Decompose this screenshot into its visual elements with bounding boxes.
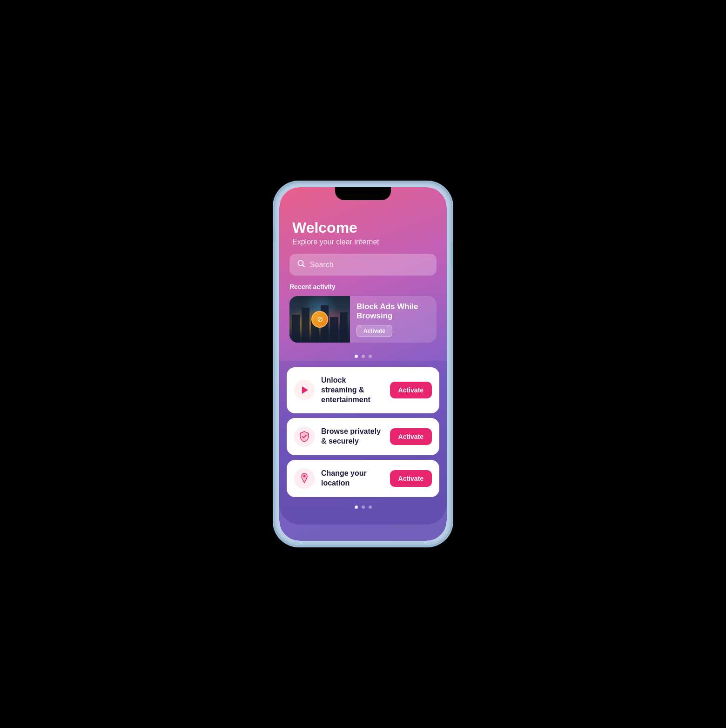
bottom-dot-1[interactable] — [355, 506, 358, 509]
phone-frame: Welcome Explore your clear internet Sear… — [275, 182, 451, 546]
location-title: Change your location — [321, 469, 383, 488]
search-box[interactable]: Search — [289, 254, 437, 276]
search-section: Search — [279, 254, 447, 283]
notch — [335, 187, 391, 200]
building-1 — [292, 315, 300, 343]
recent-label: Recent activity — [289, 283, 437, 290]
bottom-dots — [287, 502, 439, 515]
screen-content: Welcome Explore your clear internet Sear… — [279, 187, 447, 541]
carousel-dot-3[interactable] — [369, 355, 372, 358]
bottom-dot-3[interactable] — [369, 506, 372, 509]
location-pin-icon — [298, 472, 310, 485]
feature-cards-section: Unlock streaming & entertainment Activat… — [279, 361, 447, 524]
location-text: Change your location — [321, 469, 383, 488]
header: Welcome Explore your clear internet — [279, 210, 447, 254]
ad-block-icon: ⊘ — [311, 311, 328, 328]
shield-icon — [298, 431, 310, 443]
block-symbol: ⊘ — [317, 316, 323, 323]
search-placeholder: Search — [310, 261, 334, 269]
svg-marker-2 — [302, 386, 308, 394]
svg-point-3 — [303, 475, 306, 477]
activity-image: ⊘ — [289, 296, 350, 343]
play-icon — [298, 384, 310, 396]
recent-activity-section: Recent activity ⊘ — [279, 283, 447, 350]
streaming-card: Unlock streaming & entertainment Activat… — [287, 367, 439, 413]
carousel-dots — [279, 350, 447, 361]
page-subtitle: Explore your clear internet — [292, 238, 434, 246]
streaming-icon-wrap — [294, 380, 315, 400]
page-title: Welcome — [292, 220, 434, 236]
activity-card: ⊘ Block Ads While Browsing Activate — [289, 296, 437, 343]
building-6 — [340, 312, 348, 343]
activity-activate-button[interactable]: Activate — [356, 325, 392, 337]
privacy-activate-button[interactable]: Activate — [390, 428, 432, 445]
activity-title: Block Ads While Browsing — [356, 302, 429, 321]
svg-line-1 — [303, 265, 305, 267]
location-activate-button[interactable]: Activate — [390, 470, 432, 487]
bottom-dot-2[interactable] — [362, 506, 365, 509]
building-5 — [330, 317, 338, 343]
phone-screen: Welcome Explore your clear internet Sear… — [279, 187, 447, 541]
privacy-title: Browse privately & securely — [321, 427, 383, 446]
streaming-title: Unlock streaming & entertainment — [321, 376, 383, 404]
location-icon-wrap — [294, 468, 315, 489]
streaming-activate-button[interactable]: Activate — [390, 382, 432, 398]
activity-info: Block Ads While Browsing Activate — [350, 302, 429, 337]
search-icon — [297, 259, 305, 270]
streaming-text: Unlock streaming & entertainment — [321, 376, 383, 404]
carousel-dot-2[interactable] — [362, 355, 365, 358]
privacy-text: Browse privately & securely — [321, 427, 383, 446]
privacy-card: Browse privately & securely Activate — [287, 418, 439, 455]
building-2 — [302, 308, 310, 343]
privacy-icon-wrap — [294, 426, 315, 447]
location-card: Change your location Activate — [287, 460, 439, 497]
carousel-dot-1[interactable] — [355, 355, 358, 358]
